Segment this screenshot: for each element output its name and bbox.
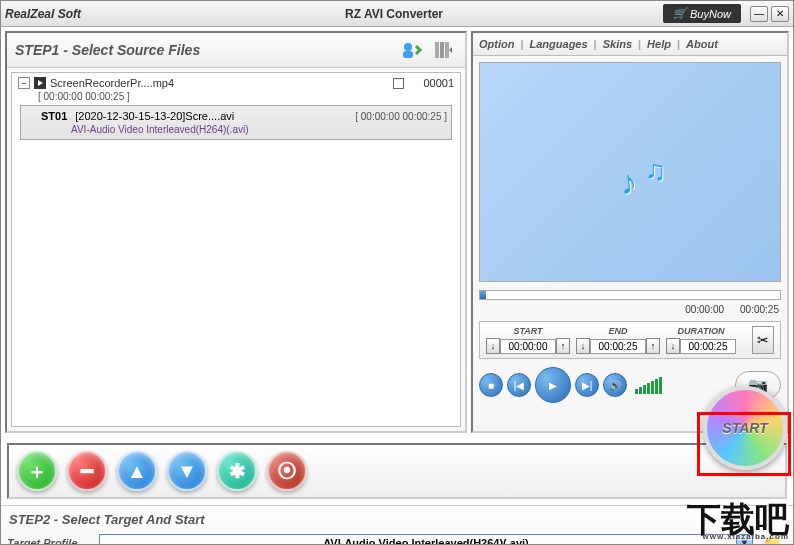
svg-rect-2 (435, 42, 439, 58)
svg-rect-3 (440, 42, 444, 58)
trim-start-go[interactable]: ↑ (556, 338, 570, 354)
music-note-icon: ♫ (645, 155, 666, 187)
add-person-icon[interactable] (399, 39, 425, 61)
edit-button[interactable]: ⦿ (267, 451, 307, 491)
action-row: ＋ ━ ▲ ▼ ✱ ⦿ (7, 443, 787, 499)
buy-now-button[interactable]: 🛒BuyNow (663, 4, 741, 23)
seek-bar[interactable] (479, 290, 781, 300)
file-name: ScreenRecorderPr....mp4 (50, 77, 389, 89)
svg-rect-1 (403, 51, 413, 58)
move-up-button[interactable]: ▲ (117, 451, 157, 491)
next-button[interactable]: ▶| (575, 373, 599, 397)
menu-help[interactable]: Help (647, 38, 671, 50)
timecodes: 00:00:00 00:00:25 (473, 302, 787, 317)
child-file-group[interactable]: ST01 [2020-12-30-15-13-20]Scre....avi [ … (20, 105, 452, 140)
target-profile-label: Target Profile (7, 537, 95, 545)
menu-bar: Option| Languages| Skins| Help| About (473, 33, 787, 56)
cut-button[interactable]: ✂ (752, 326, 774, 354)
menu-languages[interactable]: Languages (530, 38, 588, 50)
play-mark-icon (34, 77, 46, 89)
minimize-button[interactable]: — (750, 6, 768, 22)
left-panel: STEP1 - Select Source Files − ScreenReco… (5, 31, 467, 433)
child-time: [ 00:00:00 00:00:25 ] (355, 111, 447, 122)
volume-bars[interactable] (635, 377, 662, 394)
time-current: 00:00:00 (685, 304, 724, 315)
browse-profile-icon[interactable]: 📁 (757, 533, 787, 545)
trim-end-go[interactable]: ↑ (646, 338, 660, 354)
right-panel: Option| Languages| Skins| Help| About ♪ … (471, 31, 789, 433)
volume-button[interactable]: 🔊 (603, 373, 627, 397)
time-total: 00:00:25 (740, 304, 779, 315)
menu-about[interactable]: About (686, 38, 718, 50)
file-row-parent[interactable]: − ScreenRecorderPr....mp4 00001 (14, 75, 458, 91)
menu-skins[interactable]: Skins (603, 38, 632, 50)
settings-button[interactable]: ✱ (217, 451, 257, 491)
menu-option[interactable]: Option (479, 38, 514, 50)
expand-toggle[interactable]: − (18, 77, 30, 89)
file-list: − ScreenRecorderPr....mp4 00001 [ 00:00:… (11, 72, 461, 427)
trim-end-set[interactable]: ↓ (576, 338, 590, 354)
app-title: RZ AVI Converter (125, 7, 663, 21)
target-profile-row: Target Profile AVI-Audio Video Interleav… (7, 533, 787, 545)
svg-point-0 (404, 43, 412, 51)
file-duration: [ 00:00:00 00:00:25 ] (38, 91, 458, 102)
bottom-panel: STEP2 - Select Target And Start Target P… (1, 505, 793, 545)
preview-area: ♪ ♫ (479, 62, 781, 282)
child-tag: ST01 (41, 110, 67, 122)
brand-label: RealZeal Soft (5, 7, 125, 21)
music-note-icon: ♪ (618, 162, 639, 203)
cart-icon: 🛒 (673, 7, 687, 20)
remove-button[interactable]: ━ (67, 451, 107, 491)
play-button[interactable]: ▶ (535, 367, 571, 403)
trim-start-set[interactable]: ↓ (486, 338, 500, 354)
list-view-icon[interactable] (431, 39, 457, 61)
trim-end-input[interactable] (590, 339, 646, 354)
trim-end-label: END (576, 326, 660, 336)
start-button[interactable]: START (703, 386, 787, 470)
child-codec: AVI-Audio Video Interleaved(H264)(.avi) (71, 124, 447, 135)
buy-now-label: BuyNow (690, 8, 731, 20)
child-name: [2020-12-30-15-13-20]Scre....avi (75, 110, 351, 122)
trim-dur-set[interactable]: ↓ (666, 338, 680, 354)
close-button[interactable]: ✕ (771, 6, 789, 22)
trim-box: START ↓ ↑ END ↓ ↑ DURATION ↓ (479, 321, 781, 359)
titlebar: RealZeal Soft RZ AVI Converter 🛒BuyNow —… (1, 1, 793, 27)
stop-button[interactable]: ■ (479, 373, 503, 397)
add-button[interactable]: ＋ (17, 451, 57, 491)
step2-title: STEP2 - Select Target And Start (7, 508, 787, 531)
svg-rect-4 (445, 42, 449, 58)
move-down-button[interactable]: ▼ (167, 451, 207, 491)
trim-start-input[interactable] (500, 339, 556, 354)
prev-button[interactable]: |◀ (507, 373, 531, 397)
trim-dur-label: DURATION (666, 326, 736, 336)
target-profile-value: AVI-Audio Video Interleaved(H264)(.avi) (323, 537, 529, 545)
file-checkbox[interactable] (393, 78, 404, 89)
step1-header: STEP1 - Select Source Files (7, 33, 465, 68)
dropdown-icon[interactable]: ▼ (736, 535, 752, 545)
file-index: 00001 (408, 77, 454, 89)
trim-dur-input[interactable] (680, 339, 736, 354)
step1-title: STEP1 - Select Source Files (15, 42, 399, 58)
trim-start-label: START (486, 326, 570, 336)
target-profile-select[interactable]: AVI-Audio Video Interleaved(H264)(.avi) … (99, 534, 753, 545)
start-label: START (722, 420, 767, 436)
